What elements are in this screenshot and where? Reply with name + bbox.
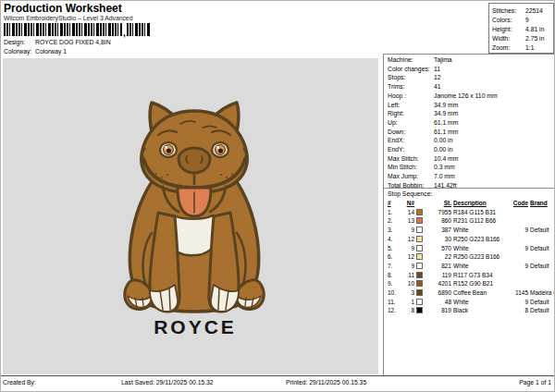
app-subtitle: Wilcom EmbroideryStudio – Level 3 Advanc… — [4, 15, 132, 21]
stats-value: 1:1 — [525, 43, 534, 53]
seq-code: 9 — [508, 244, 528, 253]
printed-label: Printed: 29/11/2025 00.15.35 — [286, 379, 366, 386]
barcode-bars-icon — [127, 23, 151, 36]
machine-info-label: Up: — [388, 118, 434, 128]
col-brand: Brand — [530, 199, 554, 208]
seq-brand: Default — [530, 244, 554, 253]
seq-stitch-count: 387 — [429, 226, 451, 235]
seq-needle: 9 — [401, 226, 414, 235]
seq-description: R117 G73 B34 — [453, 271, 506, 280]
stop-sequence-row: 10. 3 6890 Coffee Bean 1145 Madeira Clas… — [388, 288, 554, 298]
stop-sequence-row: 8. 11 119 R117 G73 B34 — [388, 271, 554, 280]
seq-description: R250 G223 B166 — [453, 252, 506, 262]
seq-stitch-count: 48 — [429, 298, 451, 307]
seq-brand: Default — [530, 262, 554, 271]
machine-info-value: 11 — [434, 65, 440, 74]
seq-code: 9 — [508, 226, 528, 235]
seq-num: 9. — [388, 279, 399, 288]
machine-info-row: Trims: 41 — [388, 82, 554, 92]
seq-num: 1. — [388, 208, 399, 217]
seq-stitch-count: 819 — [429, 306, 451, 315]
seq-brand: Default — [530, 306, 554, 315]
design-value: ROYCE DOG FIXED 4,8IN — [35, 39, 111, 45]
seq-stitch-count: 6890 — [429, 288, 451, 298]
machine-info-row: Down: 61.1 mm — [388, 128, 554, 137]
machine-info-label: Right: — [388, 109, 434, 118]
stats-row: Width: 2.75 in — [492, 34, 553, 43]
page-title: Production Worksheet — [4, 2, 122, 15]
thread-color-swatch — [416, 299, 423, 305]
seq-description: Coffee Bean — [453, 288, 506, 298]
seq-num: 7. — [388, 262, 399, 271]
stats-row: Stitches: 22514 — [492, 6, 553, 16]
seq-description: White — [453, 298, 506, 307]
seq-needle: 12 — [401, 252, 414, 262]
machine-info-label: Min Stitch: — [388, 163, 434, 172]
seq-brand: Madeira Classic 40 — [530, 288, 555, 298]
col-code: Code — [508, 199, 528, 208]
machine-info-label: Machine: — [388, 55, 434, 65]
stop-sequence-row: 12. 8 819 Black 8 Default — [388, 306, 554, 315]
colorway-value: Colorway 1 — [35, 48, 67, 55]
seq-num: 5. — [388, 244, 399, 253]
design-barcode: , — [4, 22, 151, 36]
seq-code — [508, 252, 528, 262]
machine-info-label: Color changes: — [388, 65, 434, 74]
seq-description: R250 G223 B166 — [453, 235, 506, 244]
design-label: Design: — [4, 39, 35, 45]
seq-needle: 8 — [401, 306, 414, 315]
machine-info-label: Down: — [388, 128, 434, 137]
seq-stitch-count: 22 — [429, 252, 451, 262]
machine-info-value: 0.3 mm — [434, 163, 455, 172]
machine-info-label: Trims: — [388, 82, 434, 92]
production-worksheet-page: Production Worksheet Wilcom EmbroiderySt… — [0, 0, 555, 392]
seq-num: 8. — [388, 271, 399, 280]
stats-label: Height: — [492, 25, 525, 34]
machine-info-row: Max Jump: 7.0 mm — [388, 172, 554, 181]
seq-needle: 9 — [401, 244, 414, 253]
machine-info-value: Janome 126 x 110 mm — [434, 92, 498, 101]
created-by-label: Created By: — [3, 379, 36, 386]
stats-row: Colors: 9 — [492, 16, 553, 25]
seq-brand — [530, 235, 554, 244]
stop-sequence-row: 6. 12 22 R250 G223 B166 — [388, 252, 554, 262]
stop-sequence-header: # N# St. Description Code Brand — [388, 199, 554, 208]
dog-eye-right — [212, 142, 228, 157]
stop-sequence-row: 3. 9 387 White 9 Default — [388, 226, 554, 235]
machine-info-row: Left: 34.9 mm — [388, 101, 554, 110]
thread-color-swatch — [416, 263, 423, 269]
stats-label: Colors: — [492, 16, 525, 25]
footer: Created By: Last Saved: 29/11/2025 00.15… — [1, 375, 554, 392]
seq-stitch-count: 7955 — [429, 208, 451, 217]
col-description: Description — [453, 199, 506, 208]
stop-sequence-row: 5. 9 570 White 9 Default — [388, 244, 554, 253]
last-saved-label: Last Saved: 29/11/2025 00.15.32 — [121, 379, 214, 386]
stats-value: 2.75 in — [525, 34, 544, 43]
machine-info-value: 7.0 mm — [434, 172, 455, 181]
seq-needle: 11 — [401, 271, 414, 280]
seq-code — [508, 271, 528, 280]
seq-description: White — [453, 226, 506, 235]
machine-info-label: Max Stitch: — [388, 154, 434, 164]
machine-info-row: EndX: 0.00 in — [388, 136, 554, 145]
machine-info-row: Right: 34.9 mm — [388, 109, 554, 118]
machine-info-value: 34.9 mm — [434, 101, 458, 110]
seq-brand — [530, 279, 554, 288]
thread-color-swatch — [416, 209, 423, 215]
seq-code: 8 — [508, 306, 528, 315]
machine-info-row: Up: 61.1 mm — [388, 118, 554, 128]
machine-info-row: Machine: Tajima — [388, 55, 554, 65]
seq-description: R231 G112 B66 — [453, 216, 506, 226]
stop-sequence-row: 11. 1 48 White 9 Default — [388, 298, 554, 307]
machine-info-value: 34.9 mm — [434, 109, 458, 118]
machine-info-value: 61.1 mm — [434, 128, 458, 137]
design-preview-area: ROYCE — [3, 58, 378, 374]
machine-info-value: 0.00 in — [434, 145, 452, 154]
stats-row: Zoom: 1:1 — [492, 43, 553, 53]
thread-color-swatch — [416, 272, 423, 278]
seq-needle: 3 — [401, 288, 414, 298]
machine-info-row: Min Stitch: 0.3 mm — [388, 163, 554, 172]
machine-info-row: Max Stitch: 10.4 mm — [388, 154, 554, 164]
stop-sequence-row: 7. 9 821 White 9 Default — [388, 262, 554, 271]
seq-needle: 10 — [401, 279, 414, 288]
